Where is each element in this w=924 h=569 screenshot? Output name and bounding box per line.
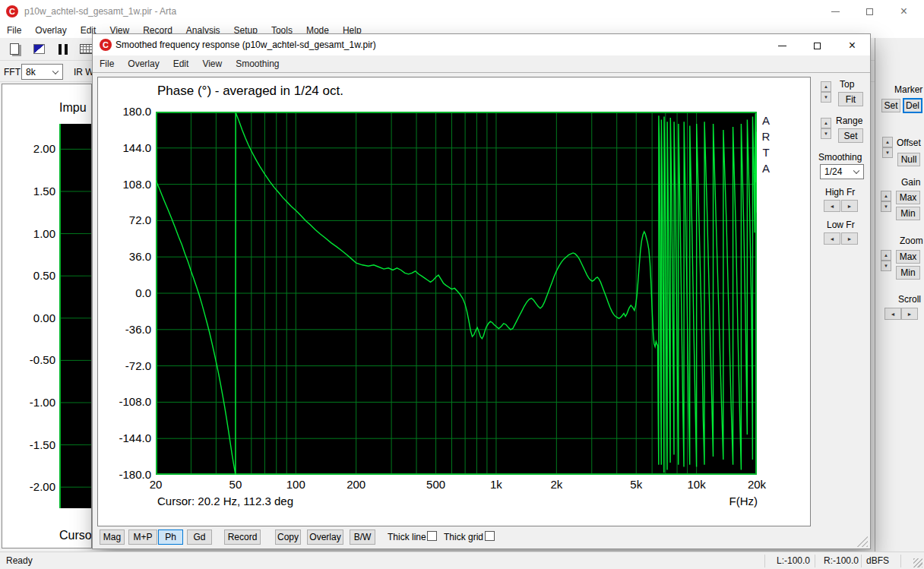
phase-x-tick-label: 1k [477,478,515,491]
watermark-letter: A [760,112,772,128]
watermark-letter: R [760,128,772,144]
ph-button[interactable]: Ph [158,529,183,545]
thick-grid-checkbox[interactable] [485,531,495,541]
impulse-plot-area[interactable] [59,124,92,508]
range-set-button[interactable]: Set [838,128,863,143]
marker-label: Marker [894,84,922,95]
zoom-min-button[interactable]: Min [896,266,920,280]
gain-spinner: ▲ ▼ [881,191,891,212]
cursor-readout: Cursor: 20.2 Hz, 112.3 deg [157,495,293,507]
dialog-menu-edit[interactable]: Edit [166,56,196,71]
dialog-minimize-button[interactable] [765,34,799,57]
menu-file[interactable]: File [0,23,28,38]
impulse-cursor-text: Curso [59,529,92,542]
zoom-max-button[interactable]: Max [896,250,920,264]
main-minimize-button[interactable] [818,0,853,23]
impulse-y-tick-label: -1.50 [4,438,55,451]
scroll-right-button[interactable]: ► [901,308,918,320]
phase-plot-area[interactable] [156,112,757,475]
smoothing-label: Smoothing [818,152,862,163]
statusbar: Ready L:-100.0 R:-100.0 dBFS [0,552,924,569]
range-down-button[interactable]: ▼ [821,128,831,139]
impulse-response-window[interactable]: Impu 2.001.501.000.500.00-0.50-1.00-1.50… [2,84,92,548]
phase-x-tick-label: 20k [738,478,776,491]
gain-max-button[interactable]: Max [896,191,920,204]
minimize-icon [778,46,786,46]
low-fr-label: Low Fr [827,220,855,230]
phase-y-tick-label: -36.0 [103,323,151,336]
high-fr-right-button[interactable]: ► [841,200,858,212]
signal-generator-icon[interactable] [30,41,47,57]
main-titlebar[interactable]: C p10w_achtel-sd_gesamt_1w.pir - Arta × [0,0,924,23]
smoothing-value: 1/24 [824,166,842,177]
dialog-close-button[interactable]: × [835,34,869,57]
status-separator [815,555,815,567]
main-maximize-button[interactable] [853,0,887,23]
low-fr-right-button[interactable]: ► [841,232,858,245]
mag-button[interactable]: Mag [100,529,125,545]
fft-label: FFT [4,67,21,77]
close-icon: × [900,5,907,18]
phase-x-tick-label: 10k [678,478,716,491]
top-up-button[interactable]: ▲ [821,81,831,92]
range-up-button[interactable]: ▲ [821,118,831,128]
offset-label: Offset [897,138,921,148]
gain-down-button[interactable]: ▼ [881,201,891,212]
zoom-up-button[interactable]: ▲ [881,250,891,261]
smoothed-frequency-response-dialog[interactable]: C Smoothed frequency response (p10w_acht… [92,33,871,549]
impulse-y-tick-label: 2.00 [4,142,55,155]
high-fr-label: High Fr [825,187,855,198]
chevron-down-icon [853,168,859,174]
marker-set-button[interactable]: Set [881,99,900,112]
resize-grip[interactable] [913,558,922,567]
gd-button[interactable]: Gd [187,529,212,545]
overlay-button[interactable]: Overlay [307,529,343,545]
high-fr-left-button[interactable]: ◄ [824,200,840,212]
pause-icon[interactable] [55,41,71,57]
zoom-spinner: ▲ ▼ [881,250,891,271]
b-w-button[interactable]: B/W [350,529,375,545]
gain-up-button[interactable]: ▲ [881,191,891,201]
dialog-bottom-bar: MagM+PPhGdRecordCopyOverlayB/WThick line… [93,529,870,549]
maximize-icon [814,43,821,49]
fit-button[interactable]: Fit [838,92,863,106]
marker-del-button[interactable]: Del [903,98,922,113]
new-document-icon[interactable] [6,41,23,57]
status-ready: Ready [6,555,33,566]
ir-window-label: IR W [74,67,94,77]
offset-down-button[interactable]: ▼ [882,147,893,158]
fft-size-select[interactable]: 8k [21,64,63,80]
dialog-menu-file[interactable]: File [93,56,121,71]
menu-overlay[interactable]: Overlay [28,23,73,38]
zoom-down-button[interactable]: ▼ [881,261,891,271]
main-right-panel: Marker Set Del ▲ ▼ Offset Null Gain ▲ ▼ … [875,38,924,552]
watermark-letter: A [760,160,772,176]
phase-x-tick-label: 5k [617,478,655,491]
phase-y-tick-label: 144.0 [103,141,151,154]
fft-size-value: 8k [26,67,36,77]
offset-null-button[interactable]: Null [897,153,920,166]
x-axis-unit-label: F(Hz) [698,495,758,507]
phase-x-tick-label: 20 [137,478,175,491]
dialog-menu-view[interactable]: View [195,56,229,71]
dialog-titlebar[interactable]: C Smoothed frequency response (p10w_acht… [93,34,870,55]
low-fr-left-button[interactable]: ◄ [824,232,840,245]
arta-watermark: ARTA [760,112,772,176]
copy-button[interactable]: Copy [275,529,301,545]
scroll-left-button[interactable]: ◄ [884,308,901,320]
dialog-maximize-button[interactable] [800,34,834,57]
range-spinner: ▲ ▼ [821,118,831,139]
thick-line-checkbox[interactable] [427,531,437,541]
top-down-button[interactable]: ▼ [821,92,831,103]
dialog-menu-overlay[interactable]: Overlay [121,56,166,71]
status-separator [861,555,862,567]
dialog-menu-smoothing[interactable]: Smoothing [229,56,286,71]
range-label: Range [836,115,862,126]
main-close-button[interactable]: × [887,0,921,23]
smoothing-select[interactable]: 1/24 [820,164,864,179]
impulse-y-tick-label: 0.00 [4,311,55,324]
offset-up-button[interactable]: ▲ [882,137,893,147]
gain-min-button[interactable]: Min [896,207,920,220]
m-p-button[interactable]: M+P [128,529,157,545]
record-button[interactable]: Record [224,529,261,545]
